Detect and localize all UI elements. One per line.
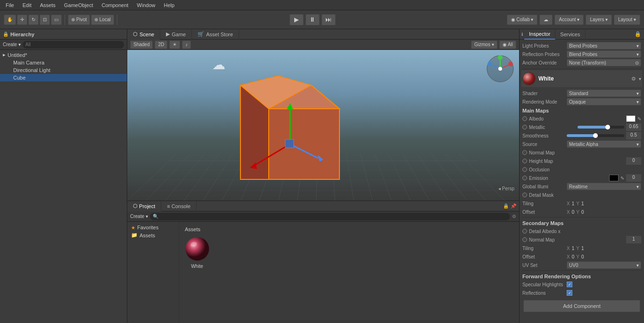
dropdown-arrow: ▾ xyxy=(636,263,639,268)
rendering-mode-label: Rendering Mode xyxy=(522,99,565,105)
bottom-toolbar: Create ▾ ⚙ xyxy=(127,211,519,222)
menu-help[interactable]: Help xyxy=(160,1,178,9)
menu-assets[interactable]: Assets xyxy=(36,1,59,9)
shading-btn[interactable]: Shaded xyxy=(130,40,153,49)
scene-gizmo[interactable]: X Y Z xyxy=(486,55,514,83)
anchor-override-label: Anchor Override xyxy=(522,60,565,65)
source-row: Source Metallic Alpha ▾ xyxy=(521,140,642,148)
detail-albedo-row: Detail Albedo x xyxy=(521,227,642,235)
gizmos-btn[interactable]: Gizmos ▾ xyxy=(471,40,497,49)
svg-point-23 xyxy=(185,237,209,261)
console-tab[interactable]: ≡ Console xyxy=(161,201,197,211)
tiling2-label: Tiling xyxy=(522,246,565,251)
account-button[interactable]: Account ▾ xyxy=(554,15,584,25)
albedo-circle xyxy=(522,116,527,121)
metallic-slider[interactable] xyxy=(578,126,624,129)
emission-pencil-icon[interactable]: ✎ xyxy=(620,176,624,181)
inspector-tabs: ℹ Inspector Services 🔒 xyxy=(520,29,644,40)
tiling2-values: X 1 Y 1 xyxy=(567,246,584,251)
assets-folder-item[interactable]: 📁 Assets xyxy=(129,231,177,239)
offset2-values: X 0 Y 0 xyxy=(567,254,584,259)
specular-highlights-checkbox[interactable]: ✓ xyxy=(567,282,572,287)
shader-dropdown[interactable]: Standard ▾ xyxy=(567,89,641,97)
uv-set-dropdown[interactable]: UV0 ▾ xyxy=(567,261,641,269)
audio-btn[interactable]: ♪ xyxy=(182,40,191,49)
rect-tool[interactable]: ▭ xyxy=(51,15,62,25)
svg-text:X: X xyxy=(509,60,512,64)
hierarchy-item-untitled[interactable]: ▸ Untitled* xyxy=(0,51,127,59)
services-tab[interactable]: Services xyxy=(555,29,585,40)
anchor-override-dropdown[interactable]: None (Transform) ⊙ xyxy=(567,59,641,66)
height-map-value: 0 xyxy=(626,157,641,165)
rotate-tool[interactable]: ↻ xyxy=(28,15,39,25)
albedo-swatch[interactable] xyxy=(626,115,636,122)
occlusion-label: Occlusion xyxy=(529,167,641,172)
scene-tab-scene[interactable]: ⬡ Scene xyxy=(127,29,160,40)
light-probes-dropdown[interactable]: Blend Probes ▾ xyxy=(567,42,641,49)
emission-label: Emission xyxy=(529,176,607,181)
source-dropdown[interactable]: Metallic Alpha ▾ xyxy=(567,140,641,148)
svg-point-22 xyxy=(498,67,502,71)
menu-edit[interactable]: Edit xyxy=(19,1,35,9)
svg-text:Z: Z xyxy=(488,60,491,64)
inspector-lock-icon[interactable]: 🔒 xyxy=(635,31,641,37)
2d-btn[interactable]: 2D xyxy=(155,40,167,49)
emission-swatch[interactable] xyxy=(609,175,619,181)
all-btn[interactable]: ◉ All xyxy=(499,40,516,49)
smoothness-slider[interactable] xyxy=(567,134,624,137)
anchor-override-value: None (Transform) xyxy=(569,60,606,65)
scale-tool[interactable]: ⊡ xyxy=(40,15,50,25)
project-search[interactable] xyxy=(150,213,510,220)
hierarchy-toolbar: Create ▾ xyxy=(0,40,127,50)
hierarchy-item-light[interactable]: Directional Light xyxy=(0,66,127,74)
emission-row: Emission ✎ 0 xyxy=(521,174,642,182)
inspector-tab[interactable]: Inspector xyxy=(524,29,555,40)
menu-gameobject[interactable]: GameObject xyxy=(60,1,97,9)
light-btn[interactable]: ☀ xyxy=(169,40,180,49)
project-tab-label: Project xyxy=(139,203,155,209)
hierarchy-create-btn[interactable]: Create ▾ xyxy=(3,42,21,47)
cloud-button[interactable]: ☁ xyxy=(539,15,553,25)
cube-object[interactable] xyxy=(203,71,344,201)
scene-view[interactable]: ☁ xyxy=(127,50,519,201)
pivot-group: ⊕ Pivot ⊕ Local xyxy=(68,15,117,25)
menu-file[interactable]: File xyxy=(2,1,18,9)
add-component-button[interactable]: Add Component xyxy=(523,300,640,312)
play-button[interactable]: ▶ xyxy=(289,14,304,25)
step-button[interactable]: ⏭ xyxy=(322,14,336,25)
hierarchy-content: ▸ Untitled* Main Camera Directional Ligh… xyxy=(0,50,127,323)
pause-button[interactable]: ⏸ xyxy=(305,14,320,25)
project-create-btn[interactable]: Create ▾ xyxy=(130,214,148,219)
menu-window[interactable]: Window xyxy=(133,1,159,9)
material-gear-icon[interactable]: ⚙ xyxy=(631,76,636,82)
collab-button[interactable]: ◉ Collab ▾ xyxy=(507,15,538,25)
offset2-y-label: Y xyxy=(576,254,579,259)
inspector-content: Light Probes Blend Probes ▾ Reflection P… xyxy=(520,40,644,323)
global-illumi-dropdown[interactable]: Realtime ▾ xyxy=(567,183,641,190)
offset2-row: Offset X 0 Y 0 xyxy=(521,252,642,261)
hand-tool[interactable]: ✋ xyxy=(4,15,16,25)
hierarchy-search[interactable] xyxy=(23,41,124,48)
local-button[interactable]: ⊕ Local xyxy=(91,15,114,25)
layout-button[interactable]: Layout ▾ xyxy=(614,15,640,25)
pivot-button[interactable]: ⊕ Pivot xyxy=(68,15,90,25)
reflection-probes-dropdown[interactable]: Blend Probes ▾ xyxy=(567,50,641,58)
normal-map2-value: 1 xyxy=(626,236,641,243)
scene-tab-game[interactable]: ▶ Game xyxy=(160,29,192,40)
layers-button[interactable]: Layers ▾ xyxy=(586,15,612,25)
reflections-row: Reflections ✓ xyxy=(521,289,642,297)
scene-tab-asset-store[interactable]: 🛒 Asset Store xyxy=(192,29,239,40)
scene-tab-label: Scene xyxy=(140,32,154,37)
hierarchy-item-camera[interactable]: Main Camera xyxy=(0,59,127,66)
move-tool[interactable]: ✛ xyxy=(17,15,27,25)
project-tab[interactable]: ⬡ Project xyxy=(127,201,161,211)
reflections-checkbox[interactable]: ✓ xyxy=(567,290,572,296)
albedo-pencil-icon[interactable]: ✎ xyxy=(637,116,641,121)
offset-x-value: 0 xyxy=(572,210,575,215)
hierarchy-item-cube[interactable]: Cube xyxy=(0,74,127,81)
asset-item-white[interactable]: White xyxy=(183,236,211,269)
rendering-mode-dropdown[interactable]: Opaque ▾ xyxy=(567,98,641,105)
menu-component[interactable]: Component xyxy=(98,1,132,9)
project-icon: ⬡ xyxy=(133,203,138,209)
favorites-item[interactable]: ★ Favorites xyxy=(129,224,177,231)
